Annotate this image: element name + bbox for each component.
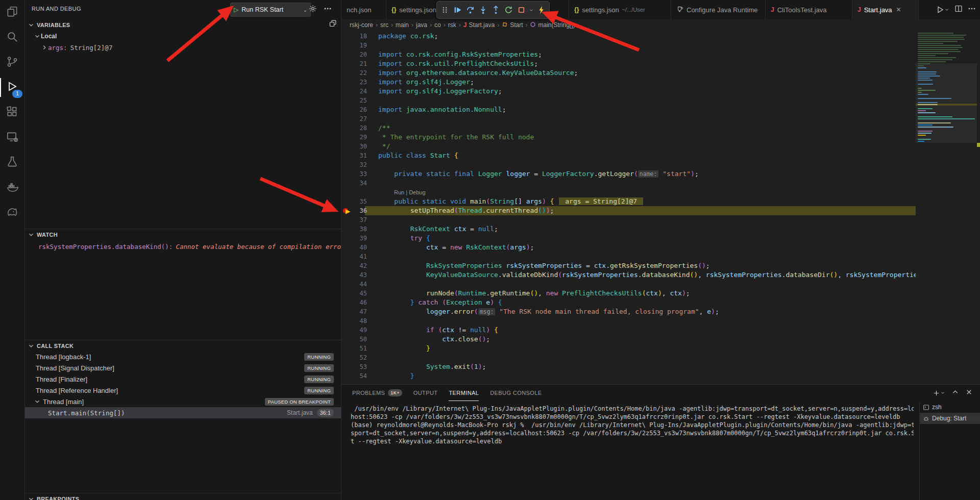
code-line-45[interactable]: 45 runNode(Runtime.getRuntime(), new Pre… (341, 289, 916, 298)
code-line-37[interactable]: 37 (341, 215, 916, 224)
line-number[interactable]: 53 (353, 362, 367, 371)
gutter-glyph-margin[interactable] (342, 234, 353, 243)
breadcrumb-item-main[interactable]: main (396, 21, 409, 29)
activity-bar-item-remote-explorer[interactable] (0, 125, 24, 150)
code-line-33[interactable]: 33 private static final Logger logger = … (341, 169, 916, 179)
call-stack-section-header[interactable]: CALL STACK (24, 340, 341, 352)
line-number[interactable]: 20 (353, 50, 367, 59)
gutter-glyph-margin[interactable] (342, 270, 353, 280)
gutter-glyph-margin[interactable] (342, 179, 353, 188)
code-line-23[interactable]: 23import org.slf4j.Logger; (341, 78, 916, 87)
line-number[interactable]: 32 (353, 160, 367, 169)
line-number[interactable]: 38 (353, 224, 367, 234)
code-line-42[interactable]: 42 RskSystemProperties rskSystemProperti… (341, 261, 916, 270)
start-debugging-icon[interactable]: ▷ (234, 6, 238, 13)
gutter-glyph-margin[interactable] (342, 114, 353, 123)
line-number[interactable]: 37 (353, 215, 367, 224)
line-number[interactable]: 48 (353, 316, 367, 326)
tab-configure-java-runtime[interactable]: Configure Java Runtime (671, 0, 766, 19)
gutter-glyph-margin[interactable] (342, 298, 353, 307)
line-number[interactable]: 19 (353, 41, 367, 50)
line-number[interactable]: 33 (353, 169, 367, 179)
code-line-38[interactable]: 38 RskContext ctx = null; (341, 224, 916, 234)
breadcrumb-item-src[interactable]: src (380, 21, 388, 29)
line-number[interactable]: 24 (353, 87, 367, 96)
line-number[interactable]: 25 (353, 96, 367, 105)
line-number[interactable]: 21 (353, 59, 367, 68)
gutter-glyph-margin[interactable] (342, 371, 353, 381)
split-editor-icon[interactable] (954, 5, 963, 15)
activity-bar-item-testing[interactable] (0, 150, 24, 175)
gutter-glyph-margin[interactable]: ▶ (342, 206, 353, 215)
breadcrumb-item-co[interactable]: co (434, 21, 441, 29)
breadcrumb-item-start-java[interactable]: JStart.java (463, 21, 495, 29)
code-line-39[interactable]: 39 try { (341, 234, 916, 243)
hot-code-replace-button[interactable] (535, 4, 547, 17)
panel-tab-output[interactable]: OUTPUT (413, 385, 438, 401)
gutter-glyph-margin[interactable] (342, 243, 353, 252)
line-number[interactable]: 23 (353, 78, 367, 87)
watch-expression-row[interactable]: rskSystemProperties.databaseKind(): Cann… (24, 241, 341, 252)
more-actions-icon[interactable] (968, 5, 976, 15)
line-number[interactable]: 35 (353, 197, 367, 206)
code-line-40[interactable]: 40 ctx = new RskContext(args); (341, 243, 916, 252)
breadcrumb-item-main-string-[interactable]: main(String[]) (530, 21, 575, 29)
gear-icon[interactable] (309, 5, 317, 15)
line-number[interactable]: 47 (353, 307, 367, 316)
code-line-26[interactable]: 26import javax.annotation.Nonnull; (341, 105, 916, 114)
code-line-25[interactable]: 25 (341, 96, 916, 105)
gutter-glyph-margin[interactable] (342, 41, 353, 50)
tab-nch-json[interactable]: nch.json (341, 0, 386, 19)
call-stack-thread[interactable]: Thread [logback-1]RUNNING (24, 351, 341, 362)
gutter-glyph-margin[interactable] (342, 252, 353, 261)
code-line-27[interactable]: 27 (341, 114, 916, 123)
line-number[interactable]: 41 (353, 252, 367, 261)
gutter-glyph-margin[interactable] (342, 215, 353, 224)
terminal-instance-debug-start[interactable]: Debug: Start (920, 413, 980, 424)
stop-button[interactable] (516, 4, 527, 17)
gutter-glyph-margin[interactable] (342, 78, 353, 87)
more-actions-icon[interactable] (324, 5, 332, 15)
activity-bar-item-explorer[interactable] (0, 0, 24, 25)
variables-section-header[interactable]: VARIABLES (24, 19, 341, 31)
line-number[interactable]: 39 (353, 234, 367, 243)
gutter-glyph-margin[interactable] (342, 261, 353, 270)
line-number[interactable]: 28 (353, 123, 367, 133)
tab-clitoolstest-java[interactable]: JCliToolsTest.java (766, 0, 852, 19)
gutter-glyph-margin[interactable] (342, 169, 353, 179)
minimap[interactable] (916, 31, 977, 384)
variable-args-row[interactable]: args: String[2]@7 (24, 42, 341, 53)
line-number[interactable]: 22 (353, 68, 367, 78)
line-number[interactable]: 42 (353, 261, 367, 270)
code-line-51[interactable]: 51 } (341, 344, 916, 353)
close-tab-icon[interactable]: ✕ (896, 6, 901, 13)
code-line-18[interactable]: 18package co.rsk; (341, 32, 916, 41)
code-line-52[interactable]: 52 (341, 353, 916, 362)
code-line-53[interactable]: 53 System.exit(1); (341, 362, 916, 371)
call-stack-frame[interactable]: Start.main(String[])Start.java36:1 (24, 407, 341, 418)
step-out-button[interactable] (490, 4, 502, 17)
line-number[interactable]: 49 (353, 326, 367, 335)
gutter-glyph-margin[interactable] (342, 307, 353, 316)
line-number[interactable]: 29 (353, 133, 367, 142)
tab-settings-json[interactable]: {}settings.json~/.../User (569, 0, 671, 19)
stop-dropdown-chevron-icon[interactable] (528, 4, 534, 17)
gutter-glyph-margin[interactable] (342, 344, 353, 353)
code-line-35[interactable]: 35 public static void main(String[] args… (341, 197, 916, 206)
variables-scope-local[interactable]: Local (24, 31, 341, 42)
gutter-glyph-margin[interactable] (342, 197, 353, 206)
code-line-41[interactable]: 41 (341, 252, 916, 261)
breadcrumb-item-rsk[interactable]: rsk (448, 21, 456, 29)
new-terminal-icon[interactable] (933, 389, 945, 397)
panel-tab-problems[interactable]: PROBLEMS1K+ (352, 385, 402, 401)
code-line-49[interactable]: 49 if (ctx != null) { (341, 326, 916, 335)
line-number[interactable]: 36 (353, 206, 367, 215)
code-editor[interactable]: 18package co.rsk;1920import co.rsk.confi… (341, 31, 980, 384)
gutter-glyph-margin[interactable] (342, 362, 353, 371)
code-line-30[interactable]: 30 */ (341, 142, 916, 151)
line-number[interactable]: 30 (353, 142, 367, 151)
maximize-panel-icon[interactable] (951, 388, 959, 398)
code-line-50[interactable]: 50 ctx.close(); (341, 335, 916, 344)
breadcrumb-item-java[interactable]: java (416, 21, 427, 29)
call-stack-thread[interactable]: Thread [main]PAUSED ON BREAKPOINT (24, 396, 341, 407)
